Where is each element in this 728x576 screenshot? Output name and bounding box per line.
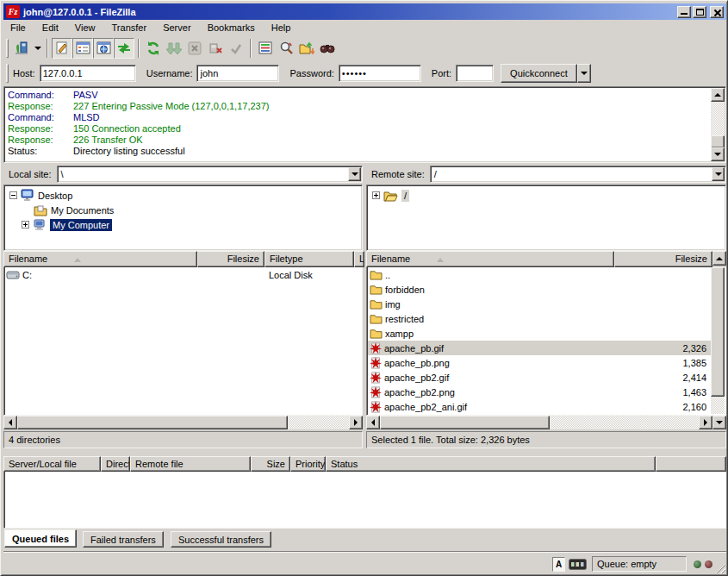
local-col-filetype[interactable]: Filetype [264,251,354,267]
remote-file-row[interactable]: .. [368,267,713,282]
minimize-button[interactable] [677,6,691,18]
disconnect-button[interactable] [205,38,226,59]
queue-col-status[interactable]: Status [326,456,656,472]
maximize-button[interactable] [693,6,706,18]
collapse-icon[interactable] [9,191,17,199]
queue-toggle-button[interactable] [114,38,134,59]
expand-icon[interactable] [22,221,29,229]
file-search-button[interactable] [276,38,296,59]
local-site-combo[interactable]: \ [57,166,363,183]
remote-site-dropdown-button[interactable] [712,167,725,181]
refresh-button[interactable] [143,38,164,59]
queue-col-empty[interactable] [656,456,726,472]
remote-hscroll-thumb[interactable] [380,416,550,429]
menu-transfer[interactable]: Transfer [105,20,154,35]
menu-bookmarks[interactable]: Bookmarks [201,20,262,35]
remote-file-row[interactable]: xampp [368,326,713,341]
expand-icon[interactable] [372,191,380,199]
local-file-row[interactable]: C: Local Disk [4,267,362,282]
folder-icon [370,298,383,310]
file-type: Local Disk [265,270,355,280]
remote-col-filesize[interactable]: Filesize [614,251,712,267]
menu-file[interactable]: File [3,20,33,35]
remote-scroll-down-button[interactable] [712,416,726,429]
cancel-icon [188,41,202,55]
menu-help[interactable]: Help [264,20,298,35]
image-file-icon [370,357,382,369]
compare-button[interactable] [296,38,317,59]
remote-file-row[interactable]: forbidden [368,282,713,297]
remote-scroll-right-button[interactable] [699,416,712,429]
host-input[interactable] [40,66,135,81]
process-queue-button[interactable] [164,38,184,59]
file-name: img [385,299,401,310]
statusbar-divider [3,551,726,553]
menu-edit[interactable]: Edit [35,20,65,35]
logview-toggle-button[interactable] [52,38,72,59]
title-bar[interactable]: Fz john@127.0.0.1 - FileZilla [3,3,726,20]
menu-view[interactable]: View [68,20,103,35]
local-tree-toggle-button[interactable] [72,38,93,59]
quickconnect-button[interactable]: Quickconnect [501,64,577,83]
log-scrollbar-thumb[interactable] [711,135,725,148]
local-hscroll-thumb[interactable] [17,416,288,429]
port-input[interactable] [457,66,493,81]
local-scroll-right-button[interactable] [349,416,363,429]
remote-file-row[interactable]: apache_pb2.png 1,463 [368,385,713,399]
username-input[interactable] [197,66,278,81]
close-button[interactable] [710,6,724,18]
queue-col-server-local[interactable]: Server/Local file [3,456,101,472]
site-manager-button[interactable] [11,38,32,59]
site-manager-icon [14,41,29,56]
remote-file-row-selected[interactable]: apache_pb.gif 2,326 [368,341,713,355]
find-button[interactable] [317,38,338,59]
remote-file-row[interactable]: apache_pb.png 1,385 [368,355,713,370]
log-scroll-up-button[interactable] [711,88,725,102]
tree-item-my-computer[interactable]: My Computer [4,217,362,232]
port-input-wrap [456,65,494,82]
local-col-truncated[interactable]: L [354,251,364,267]
local-col-filename[interactable]: Filename [3,251,197,267]
remote-file-row[interactable]: img [368,297,713,311]
tree-item-desktop[interactable]: Desktop [4,188,362,203]
remote-file-row[interactable]: restricted [368,311,713,326]
menu-server[interactable]: Server [156,20,197,35]
queue-list[interactable] [3,472,726,529]
tree-item-root[interactable]: / [367,188,725,203]
reconnect-button[interactable] [226,38,246,59]
quickconnect-gripper[interactable] [6,64,9,83]
toolbar-separator [47,39,48,58]
remote-scroll-up-button[interactable] [712,251,726,266]
queue-col-size[interactable]: Size [251,456,290,472]
local-site-dropdown-button[interactable] [348,167,361,181]
remote-tree-toggle-button[interactable] [93,38,114,59]
local-site-label: Local site: [3,169,57,179]
local-col-filesize[interactable]: Filesize [197,251,264,267]
remote-vscroll-thumb[interactable] [711,267,725,397]
remote-file-row[interactable]: apache_pb2.gif 2,414 [368,370,713,385]
remote-file-row[interactable]: apache_pb2_ani.gif 2,160 [368,399,713,414]
queue-col-remote-file[interactable]: Remote file [130,456,251,472]
remote-status-bar: Selected 1 file. Total size: 2,326 bytes [366,431,726,448]
toolbar-gripper[interactable] [6,39,9,58]
filter-button[interactable] [255,38,276,59]
remote-site-label: Remote site: [366,169,430,179]
queue-col-direction[interactable]: Directi... [101,456,130,472]
queue-col-priority[interactable]: Priority [290,456,326,472]
cancel-button[interactable] [184,38,205,59]
site-manager-dropdown-button[interactable] [32,38,43,59]
local-scroll-left-button[interactable] [3,416,17,429]
password-input[interactable] [339,66,420,81]
filter-icon [258,41,273,55]
tab-successful-transfers[interactable]: Successful transfers [171,531,271,548]
quickconnect-dropdown-button[interactable] [577,64,591,83]
remote-scroll-left-button[interactable] [366,416,380,429]
tab-queued-files[interactable]: Queued files [4,529,77,548]
file-name: apache_pb.png [384,358,450,368]
log-scroll-down-button[interactable] [711,147,725,161]
remote-col-filename[interactable]: Filename [366,251,614,267]
tree-item-my-documents[interactable]: My Documents [4,203,362,217]
file-size: 2,414 [619,373,713,383]
remote-site-combo[interactable]: / [430,166,726,183]
tab-failed-transfers[interactable]: Failed transfers [83,531,164,548]
